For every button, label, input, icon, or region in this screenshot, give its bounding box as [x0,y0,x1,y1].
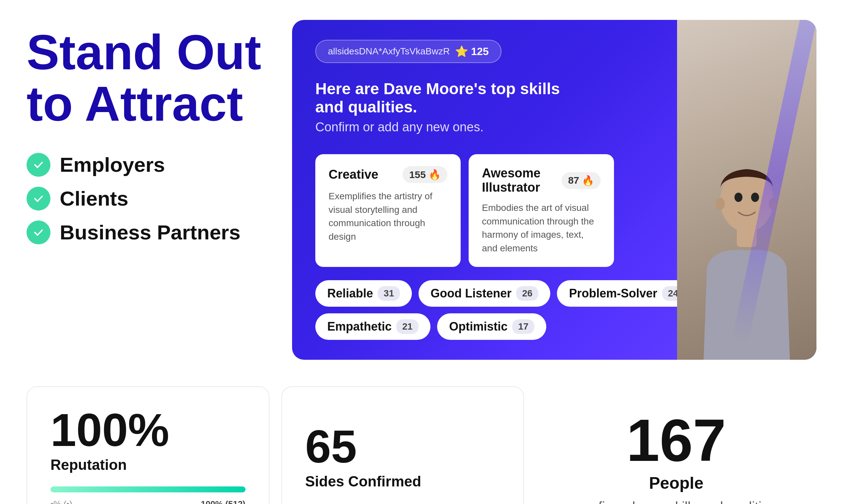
skill-pill-count-empathetic: 21 [396,319,418,334]
skill-pill-count-optimistic: 17 [512,319,534,334]
positive-value: 100% (512) [201,499,245,504]
skill-desc-creative: Exemplifies the artistry of visual story… [329,190,447,244]
skill-badge-creative: 155 🔥 [402,166,447,183]
profile-photo-bg [677,20,816,360]
skill-card-creative-header: Creative 155 🔥 [329,166,447,183]
progress-bar-fill [50,486,246,492]
people-description: confirmed your skills and qualities [577,497,775,504]
checklist-label-employers: Employers [60,153,165,176]
reputation-label: Reputation [50,456,246,473]
star-score: ⭐ 125 [455,45,488,58]
skill-card-awesome-illustrator[interactable]: Awesome Illustrator 87 🔥 Embodies the ar… [469,154,614,267]
skill-name-illustrator: Awesome Illustrator [482,166,562,195]
negative-group: •% (•) Negative [50,499,85,504]
svg-point-4 [716,198,725,210]
checklist: Employers Clients [27,153,272,245]
card-heading: Here are Dave Moore's top skills and qua… [315,79,587,116]
skill-pill-problem-solver[interactable]: Problem-Solver 24 [557,280,696,307]
person-silhouette [687,161,807,360]
check-icon-clients [27,187,50,211]
checklist-item-business-partners: Business Partners [27,220,272,245]
skill-name-creative: Creative [329,167,378,182]
star-icon: ⭐ [455,45,468,58]
sides-card: 65 Sides Confirmed [281,386,524,504]
left-panel: Stand Out to Attract Employers [27,20,272,245]
profile-card: allsidesDNA*AxfyTsVkaBwzR ⭐ 125 Here are… [292,20,816,360]
skill-card-illustrator-header: Awesome Illustrator 87 🔥 [482,166,601,195]
skill-pill-name-good-listener: Good Listener [430,287,512,301]
skill-pill-reliable[interactable]: Reliable 31 [315,280,412,307]
top-skills-grid: Creative 155 🔥 Exemplifies the artistry … [315,154,614,267]
skill-pill-name-problem-solver: Problem-Solver [569,287,657,301]
skill-badge-illustrator: 87 🔥 [562,172,601,189]
top-section: Stand Out to Attract Employers [0,0,843,373]
progress-bar-container [50,486,246,492]
checklist-label-business-partners: Business Partners [60,220,240,244]
progress-labels: •% (•) Negative 100% (512) Positive [50,499,246,504]
skill-pill-name-reliable: Reliable [327,287,373,301]
sides-value: 65 [305,424,357,470]
svg-rect-1 [737,227,757,247]
checklist-item-clients: Clients [27,187,272,211]
checklist-item-employers: Employers [27,153,272,177]
svg-point-2 [735,193,742,202]
skill-card-creative[interactable]: Creative 155 🔥 Exemplifies the artistry … [315,154,461,267]
check-icon-employers [27,153,50,177]
skill-pill-name-empathetic: Empathetic [327,320,392,334]
url-pill[interactable]: allsidesDNA*AxfyTsVkaBwzR ⭐ 125 [315,40,501,63]
svg-point-3 [751,193,759,202]
skill-pill-name-optimistic: Optimistic [449,320,507,334]
svg-point-5 [769,198,778,210]
skill-desc-illustrator: Embodies the art of visual communication… [482,201,601,255]
sides-label: Sides Confirmed [305,473,422,490]
checklist-label-clients: Clients [60,187,128,210]
reputation-value: 100% [50,407,246,453]
check-icon-business-partners [27,220,50,245]
headline: Stand Out to Attract [27,26,272,130]
people-label: People [649,473,704,493]
profile-photo [677,20,816,360]
positive-group: 100% (512) Positive [201,499,245,504]
skill-pill-empathetic[interactable]: Empathetic 21 [315,313,430,340]
reputation-card: 100% Reputation •% (•) Negative 100% (51… [27,386,270,504]
people-value: 167 [626,411,726,470]
page-wrapper: Stand Out to Attract Employers [0,0,843,504]
skill-pill-count-good-listener: 26 [516,286,538,301]
skill-pill-good-listener[interactable]: Good Listener 26 [418,280,550,307]
skill-pill-count-reliable: 31 [378,286,400,301]
url-text: allsidesDNA*AxfyTsVkaBwzR [328,46,450,57]
skill-pill-optimistic[interactable]: Optimistic 17 [437,313,546,340]
people-card: 167 People confirmed your skills and qua… [536,386,816,504]
negative-value: •% (•) [50,499,85,504]
bottom-section: 100% Reputation •% (•) Negative 100% (51… [0,373,843,504]
